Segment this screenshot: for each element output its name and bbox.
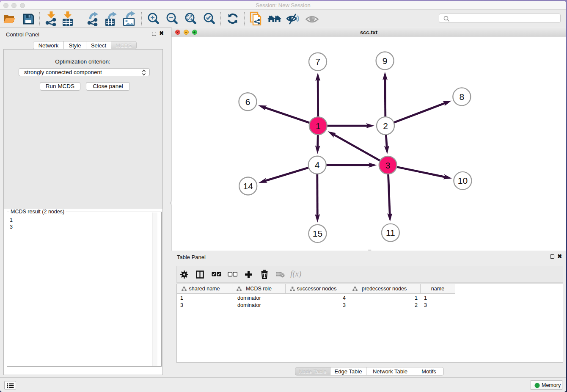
svg-text:10: 10 <box>458 176 468 185</box>
svg-text:11: 11 <box>386 228 395 237</box>
svg-text:1: 1 <box>316 121 321 131</box>
svg-text:2: 2 <box>383 121 388 131</box>
svg-text:15: 15 <box>313 229 322 238</box>
svg-text:4: 4 <box>315 160 320 170</box>
svg-text:14: 14 <box>243 181 253 191</box>
svg-text:8: 8 <box>459 92 464 102</box>
svg-text:3: 3 <box>385 160 391 170</box>
svg-text:9: 9 <box>383 56 388 66</box>
svg-text:6: 6 <box>245 97 250 107</box>
svg-text:7: 7 <box>315 57 320 66</box>
